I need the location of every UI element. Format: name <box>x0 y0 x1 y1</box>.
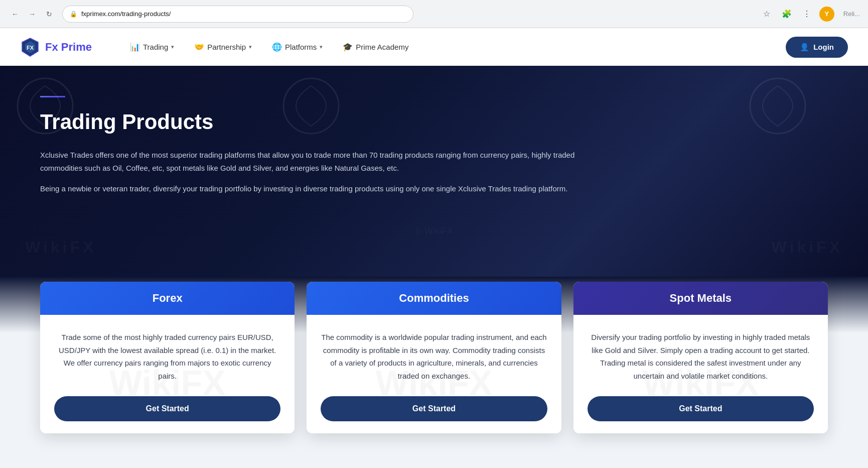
trading-chevron: ▾ <box>171 44 174 50</box>
url-text: fxprimex.com/trading-products/ <box>81 10 406 18</box>
nav-platforms-label: Platforms <box>285 43 317 51</box>
card-header-metals: Spot Metals <box>573 282 828 315</box>
nav-item-platforms[interactable]: 🌐 Platforms ▾ <box>264 38 331 56</box>
profile-button[interactable]: Y <box>819 7 834 22</box>
card-header-forex: Forex <box>40 282 295 315</box>
get-started-metals[interactable]: Get Started <box>588 396 814 421</box>
nav-links: 📊 Trading ▾ 🤝 Partnership ▾ 🌐 Platforms … <box>122 38 786 56</box>
logo-text: Fx Prime <box>45 41 92 54</box>
bookmark-button[interactable]: ☆ <box>759 7 774 22</box>
card-desc-commodities: The commodity is a worldwide popular tra… <box>321 331 547 382</box>
more-button[interactable]: ⋮ <box>799 7 814 22</box>
card-body-metals: WikiFX Diversify your trading portfolio … <box>573 315 828 433</box>
hero-title: Trading Products <box>40 109 828 135</box>
partnership-chevron: ▾ <box>249 44 252 50</box>
watermark-copyright: © WikiFX <box>415 226 453 237</box>
academy-icon: 🎓 <box>343 42 353 52</box>
card-desc-metals: Diversify your trading portfolio by inve… <box>588 331 814 382</box>
hero-section: WikiFX WikiFX © WikiFX Trading Products … <box>0 66 868 277</box>
card-commodities: Commodities WikiFX The commodity is a wo… <box>307 282 561 433</box>
lock-icon: 🔒 <box>70 11 77 18</box>
card-header-commodities: Commodities <box>307 282 561 315</box>
login-user-icon: 👤 <box>800 43 809 52</box>
card-title-forex: Forex <box>52 292 282 305</box>
nav-item-prime-academy[interactable]: 🎓 Prime Academy <box>335 38 416 56</box>
browser-chrome: ← → ↻ 🔒 fxprimex.com/trading-products/ ☆… <box>0 0 868 28</box>
nav-partnership-label: Partnership <box>207 43 246 51</box>
card-spot-metals: Spot Metals WikiFX Diversify your tradin… <box>573 282 828 433</box>
hero-description-1: Xclusive Trades offers one of the most s… <box>40 149 592 174</box>
navbar: FX Fx Prime 📊 Trading ▾ 🤝 Partnership ▾ … <box>0 28 868 66</box>
nav-item-partnership[interactable]: 🤝 Partnership ▾ <box>186 38 260 56</box>
extensions-button[interactable]: 🧩 <box>779 7 794 22</box>
hero-description-2: Being a newbie or veteran trader, divers… <box>40 182 592 195</box>
card-title-commodities: Commodities <box>319 292 549 305</box>
reload-button[interactable]: ↻ <box>42 7 56 21</box>
cards-section: Forex WikiFX Trade some of the most high… <box>0 277 868 463</box>
svg-text:FX: FX <box>27 45 34 51</box>
hero-accent-line <box>40 96 65 97</box>
card-body-forex: WikiFX Trade some of the most highly tra… <box>40 315 295 433</box>
watermark-text-2: WikiFX <box>772 238 843 257</box>
nav-academy-label: Prime Academy <box>356 43 408 51</box>
logo[interactable]: FX Fx Prime <box>20 37 92 57</box>
get-started-forex[interactable]: Get Started <box>54 396 280 421</box>
browser-nav-buttons: ← → ↻ <box>8 7 56 21</box>
platforms-chevron: ▾ <box>320 44 323 50</box>
browser-actions: ☆ 🧩 ⋮ Y Reli... <box>759 7 860 22</box>
nav-item-trading[interactable]: 📊 Trading ▾ <box>122 38 182 56</box>
nav-trading-label: Trading <box>143 43 168 51</box>
card-title-metals: Spot Metals <box>586 292 816 305</box>
forward-button[interactable]: → <box>25 7 39 21</box>
card-forex: Forex WikiFX Trade some of the most high… <box>40 282 295 433</box>
login-label: Login <box>813 43 834 51</box>
card-body-commodities: WikiFX The commodity is a worldwide popu… <box>307 315 561 433</box>
watermark-text-1: WikiFX <box>25 238 96 257</box>
platforms-icon: 🌐 <box>272 42 282 52</box>
partnership-icon: 🤝 <box>194 42 204 52</box>
logo-icon: FX <box>20 37 40 57</box>
login-button[interactable]: 👤 Login <box>786 37 848 58</box>
reli-text: Reli... <box>843 10 860 18</box>
trading-icon: 📊 <box>130 42 140 52</box>
address-bar[interactable]: 🔒 fxprimex.com/trading-products/ <box>62 6 413 23</box>
back-button[interactable]: ← <box>8 7 22 21</box>
cards-grid: Forex WikiFX Trade some of the most high… <box>40 277 828 433</box>
get-started-commodities[interactable]: Get Started <box>321 396 547 421</box>
card-desc-forex: Trade some of the most highly traded cur… <box>54 331 280 382</box>
